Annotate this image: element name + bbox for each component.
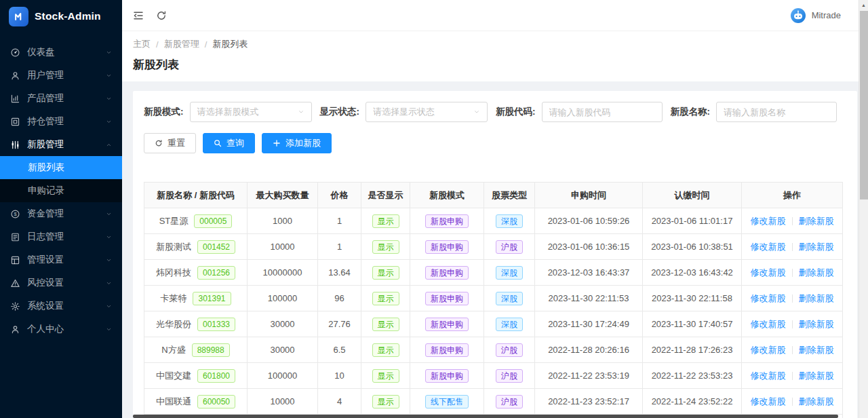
delete-stock-link[interactable]: 删除新股 xyxy=(799,319,834,329)
vertical-scrollbar-thumb[interactable] xyxy=(860,11,868,200)
stock-table-wrap: 新股名称 / 新股代码最大购买数量价格是否显示新股模式股票类型申购时间认缴时间操… xyxy=(144,182,846,418)
action-divider xyxy=(792,294,793,303)
sidebar-item-label: 个人中心 xyxy=(27,323,99,335)
delete-stock-link[interactable]: 删除新股 xyxy=(799,242,834,252)
table-header-row: 新股名称 / 新股代码最大购买数量价格是否显示新股模式股票类型申购时间认缴时间操… xyxy=(144,183,843,208)
cell-actions: 修改新股删除新股 xyxy=(742,234,843,260)
sidebar-item[interactable]: 持仓管理 xyxy=(0,110,122,133)
cell-mode: 新股申购 xyxy=(410,208,484,234)
sidebar-item[interactable]: 管理设置 xyxy=(0,248,122,271)
cell-pay-time: 2023-11-30 22:11:58 xyxy=(643,286,742,311)
refresh-icon[interactable] xyxy=(156,10,167,21)
cell-max-qty: 1000 xyxy=(248,208,318,234)
breadcrumb-item[interactable]: 新股管理 xyxy=(164,38,199,50)
sidebar-subitem[interactable]: 申购记录 xyxy=(0,179,122,202)
sidebar-item[interactable]: 系统设置 xyxy=(0,294,122,318)
mode-tag: 新股申购 xyxy=(425,318,469,331)
sidebar-item[interactable]: $资金管理 xyxy=(0,202,122,225)
cell-actions: 修改新股删除新股 xyxy=(742,389,843,415)
sidebar-item[interactable]: 产品管理 xyxy=(0,87,122,110)
mode-tag: 新股申购 xyxy=(425,214,469,228)
sidebar-item[interactable]: 新股管理 xyxy=(0,133,122,156)
cell-type: 沪股 xyxy=(484,389,535,415)
cell-mode: 新股申购 xyxy=(410,234,484,260)
user-menu[interactable]: Mitrade xyxy=(790,7,856,24)
delete-stock-link[interactable]: 删除新股 xyxy=(799,370,834,381)
sidebar-item[interactable]: 个人中心 xyxy=(0,318,122,341)
chevron-down-icon xyxy=(106,96,112,102)
edit-stock-link[interactable]: 修改新股 xyxy=(751,396,786,406)
edit-stock-link[interactable]: 修改新股 xyxy=(751,216,786,226)
main-area: Mitrade 主页/新股管理/新股列表 新股列表 新股模式:请选择新股模式显示… xyxy=(122,0,868,418)
sidebar-item[interactable]: 日志管理 xyxy=(0,225,122,248)
filter-label: 显示状态: xyxy=(320,106,360,118)
edit-stock-link[interactable]: 修改新股 xyxy=(751,370,786,381)
cell-name: 炜冈科技001256 xyxy=(144,260,248,286)
breadcrumb-separator: / xyxy=(205,39,208,50)
sidebar-item[interactable]: 用户管理 xyxy=(0,64,122,87)
user-avatar-icon[interactable] xyxy=(790,7,806,24)
visible-tag: 显示 xyxy=(372,240,399,254)
delete-stock-link[interactable]: 删除新股 xyxy=(799,345,834,355)
mode-tag: 新股申购 xyxy=(425,240,469,254)
page-title: 新股列表 xyxy=(133,57,852,73)
cell-pay-time: 2023-01-06 11:01:17 xyxy=(643,208,742,234)
cell-type: 深股 xyxy=(484,260,535,286)
type-tag: 深股 xyxy=(496,318,523,331)
edit-stock-link[interactable]: 修改新股 xyxy=(751,267,786,278)
search-icon xyxy=(214,139,222,147)
cell-apply-time: 2022-11-28 20:26:16 xyxy=(535,337,643,363)
edit-stock-link[interactable]: 修改新股 xyxy=(751,319,786,329)
sidebar-item[interactable]: 仪表盘 xyxy=(0,41,122,64)
new-stock-icon xyxy=(10,140,20,150)
cell-max-qty: 100000 xyxy=(248,286,318,311)
stock-code-tag: 600050 xyxy=(197,395,235,408)
table-row: 炜冈科技0012561000000013.64显示新股申购深股2023-12-0… xyxy=(144,260,843,286)
content: 新股模式:请选择新股模式显示状态:请选择显示状态新股代码:新股名称: 重置 xyxy=(122,81,868,418)
horizontal-scrollbar-thumb[interactable] xyxy=(133,415,838,418)
search-button[interactable]: 查询 xyxy=(203,133,255,153)
sidebar-submenu: 新股列表申购记录 xyxy=(0,156,122,202)
table-row: N方盛889988300006.5显示新股申购沪股2022-11-28 20:2… xyxy=(144,337,843,363)
sidebar-subitem[interactable]: 新股列表 xyxy=(0,156,122,179)
filter-input[interactable] xyxy=(716,102,837,122)
edit-stock-link[interactable]: 修改新股 xyxy=(751,242,786,252)
action-divider xyxy=(792,398,793,406)
sidebar-item-label: 仪表盘 xyxy=(27,46,99,58)
filter-group: 显示状态:请选择显示状态 xyxy=(320,102,488,122)
delete-stock-link[interactable]: 删除新股 xyxy=(799,293,834,303)
breadcrumb-item[interactable]: 主页 xyxy=(133,38,151,50)
edit-stock-link[interactable]: 修改新股 xyxy=(751,293,786,303)
plus-icon xyxy=(273,139,281,147)
add-stock-button[interactable]: 添加新股 xyxy=(262,133,332,153)
column-header: 新股名称 / 新股代码 xyxy=(144,183,248,208)
products-icon xyxy=(10,94,20,104)
menu-collapse-icon[interactable] xyxy=(133,10,144,21)
content-card: 新股模式:请选择新股模式显示状态:请选择显示状态新股代码:新股名称: 重置 xyxy=(133,91,857,418)
vertical-scrollbar[interactable]: ▲ xyxy=(859,0,868,418)
chevron-down-icon xyxy=(106,119,112,125)
chevron-down-icon xyxy=(106,280,112,286)
delete-stock-link[interactable]: 删除新股 xyxy=(799,267,834,278)
sidebar-item-label: 持仓管理 xyxy=(27,115,99,128)
sidebar-item-label: 管理设置 xyxy=(27,254,99,266)
cell-visible: 显示 xyxy=(361,311,410,337)
scroll-up-arrow-icon[interactable]: ▲ xyxy=(859,0,868,10)
reset-button[interactable]: 重置 xyxy=(144,133,196,153)
type-tag: 深股 xyxy=(496,292,523,305)
cell-actions: 修改新股删除新股 xyxy=(742,208,843,234)
user-name[interactable]: Mitrade xyxy=(812,10,841,20)
edit-stock-link[interactable]: 修改新股 xyxy=(751,345,786,355)
filter-select[interactable]: 请选择显示状态 xyxy=(366,102,488,122)
table-row: 新股测试001452100001显示新股申购沪股2023-01-06 10:36… xyxy=(144,234,843,260)
delete-stock-link[interactable]: 删除新股 xyxy=(799,396,834,406)
filter-select[interactable]: 请选择新股模式 xyxy=(190,102,312,122)
filter-input[interactable] xyxy=(542,102,663,122)
cell-pay-time: 2023-12-03 16:43:42 xyxy=(643,260,742,286)
delete-stock-link[interactable]: 删除新股 xyxy=(799,216,834,226)
cell-apply-time: 2023-12-03 16:43:37 xyxy=(535,260,643,286)
funds-icon: $ xyxy=(10,209,20,219)
sidebar-item[interactable]: 风控设置 xyxy=(0,271,122,294)
table-row: 中国交建60180010000010显示新股申购沪股2022-11-22 23:… xyxy=(144,363,843,389)
cell-visible: 显示 xyxy=(361,363,410,389)
